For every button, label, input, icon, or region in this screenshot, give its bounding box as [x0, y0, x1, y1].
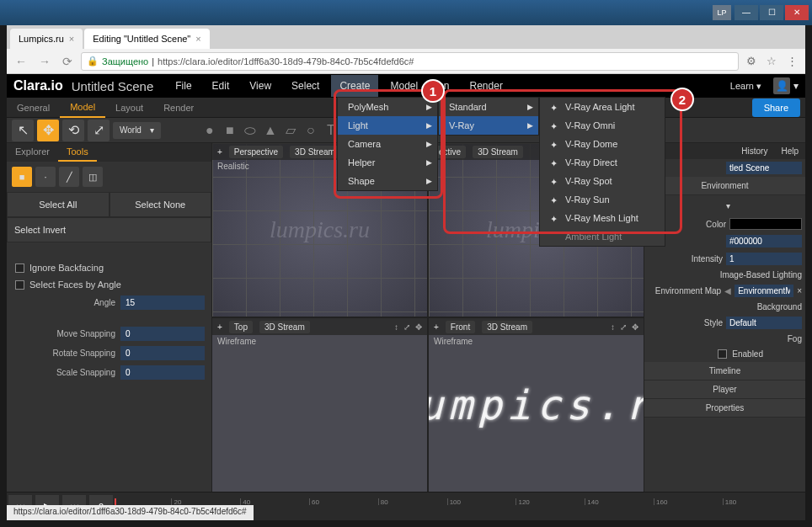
- vp-expand-icon[interactable]: ⤢: [620, 322, 627, 332]
- chevron-down-icon[interactable]: ▾: [726, 201, 730, 210]
- angle-input[interactable]: [120, 295, 205, 310]
- color-hex-input[interactable]: [726, 235, 802, 248]
- fog-enabled-checkbox[interactable]: [718, 349, 727, 359]
- reload-button[interactable]: ⟳: [59, 55, 76, 68]
- menu-helper[interactable]: Helper▶: [338, 153, 437, 172]
- tab-tools[interactable]: Tools: [58, 143, 97, 162]
- menu-vray-omni[interactable]: ✦V-Ray Omni: [540, 116, 665, 135]
- minimize-button[interactable]: —: [735, 5, 758, 20]
- menu-polymesh[interactable]: PolyMesh▶: [338, 98, 437, 116]
- plane-icon[interactable]: ▱: [282, 122, 299, 139]
- rotate-snap-input[interactable]: [120, 346, 205, 360]
- tab-close-icon[interactable]: ×: [195, 34, 200, 44]
- menu-view[interactable]: View: [241, 75, 280, 97]
- menu-select[interactable]: Select: [283, 75, 328, 97]
- vp-stream-label[interactable]: 3D Stream: [290, 146, 340, 158]
- cursor-tool[interactable]: ↖: [12, 120, 34, 141]
- vp-expand-icon[interactable]: ⤢: [403, 322, 410, 332]
- select-faces-row[interactable]: Select Faces by Angle: [7, 276, 211, 293]
- vp-max-icon[interactable]: ✥: [632, 322, 638, 332]
- vp-add-icon[interactable]: +: [434, 322, 439, 332]
- vp-camera-label[interactable]: Perspective: [229, 146, 283, 158]
- viewport-top[interactable]: + Top 3D Stream ↕⤢✥ Wireframe: [212, 318, 427, 492]
- clear-icon[interactable]: ×: [797, 286, 802, 295]
- viewport-front[interactable]: + Front 3D Stream ↕⤢✥ Wireframe lumpics.…: [429, 318, 644, 492]
- menu-edit[interactable]: Edit: [204, 75, 238, 97]
- menu-model[interactable]: Model: [382, 75, 426, 97]
- select-all-button[interactable]: Select All: [7, 192, 110, 217]
- tab-explorer[interactable]: Explorer: [7, 143, 58, 162]
- vp-cols-icon[interactable]: ↕: [394, 322, 398, 332]
- vp-add-icon[interactable]: +: [217, 147, 222, 157]
- cone-icon[interactable]: ▲: [262, 122, 279, 139]
- sphere-icon[interactable]: ●: [201, 122, 218, 139]
- torus-icon[interactable]: ○: [302, 122, 319, 139]
- style-input[interactable]: [726, 317, 802, 329]
- user-dropdown-icon[interactable]: ▾: [793, 80, 799, 92]
- tab-close-icon[interactable]: ×: [69, 34, 74, 44]
- properties-section[interactable]: Properties: [644, 399, 805, 418]
- timeline-section[interactable]: Timeline: [644, 362, 805, 381]
- close-button[interactable]: ✕: [785, 5, 809, 20]
- coord-space-dropdown[interactable]: World▾: [113, 122, 161, 139]
- color-swatch[interactable]: [729, 218, 802, 230]
- user-avatar[interactable]: 👤: [773, 77, 790, 94]
- vertex-mode-button[interactable]: ·: [35, 167, 56, 187]
- menu-vray-direct[interactable]: ✦V-Ray Direct: [540, 153, 665, 172]
- menu-learn[interactable]: Learn ▾: [722, 76, 770, 97]
- envmap-input[interactable]: [735, 285, 793, 297]
- url-box[interactable]: 🔒 Защищено | https://clara.io/editor/1df…: [81, 52, 739, 71]
- vp-camera-label[interactable]: Front: [446, 321, 475, 333]
- cylinder-icon[interactable]: ⬭: [242, 122, 259, 139]
- maximize-button[interactable]: ☐: [760, 5, 783, 20]
- vp-add-icon[interactable]: +: [217, 322, 222, 332]
- subtab-general[interactable]: General: [7, 98, 60, 117]
- ignore-backfacing-row[interactable]: Ignore Backfacing: [7, 259, 211, 276]
- intensity-input[interactable]: [726, 253, 802, 265]
- vp-camera-label[interactable]: Top: [229, 321, 253, 333]
- bookmark-icon[interactable]: ☆: [764, 55, 779, 67]
- subtab-render[interactable]: Render: [153, 98, 204, 117]
- menu-vray-sun[interactable]: ✦V-Ray Sun: [540, 190, 665, 209]
- checkbox-icon[interactable]: [15, 280, 24, 290]
- select-invert-button[interactable]: Select Invert: [7, 217, 211, 242]
- vp-cols-icon[interactable]: ↕: [611, 322, 615, 332]
- environment-section[interactable]: Environment: [644, 177, 805, 195]
- translate-icon[interactable]: ⚙: [744, 55, 759, 67]
- back-button[interactable]: ←: [12, 55, 30, 68]
- menu-standard-light[interactable]: Standard▶: [439, 98, 538, 116]
- face-mode-button[interactable]: ◫: [83, 167, 103, 187]
- menu-vray-light[interactable]: V-Ray▶: [439, 116, 538, 135]
- menu-light[interactable]: Light▶: [338, 116, 437, 135]
- rp-tab-history[interactable]: History: [735, 143, 774, 159]
- edge-mode-button[interactable]: ╱: [59, 167, 79, 187]
- menu-icon[interactable]: ⋮: [784, 55, 800, 67]
- menu-ambient-light[interactable]: Ambient Light: [540, 227, 665, 246]
- select-none-button[interactable]: Select None: [110, 192, 212, 217]
- menu-render[interactable]: Render: [462, 75, 511, 97]
- cube-icon[interactable]: ■: [222, 122, 238, 139]
- scale-tool[interactable]: ⤢: [88, 120, 110, 141]
- browser-tab[interactable]: Lumpics.ru×: [10, 29, 83, 49]
- move-tool[interactable]: ✥: [37, 120, 59, 141]
- scale-snap-input[interactable]: [120, 365, 205, 380]
- browser-tab[interactable]: Editing "Untitled Scene"×: [84, 29, 209, 49]
- vp-max-icon[interactable]: ✥: [415, 322, 422, 332]
- vp-stream-label[interactable]: 3D Stream: [259, 321, 310, 333]
- subtab-model[interactable]: Model: [60, 98, 105, 118]
- menu-camera[interactable]: Camera▶: [338, 135, 437, 153]
- rp-tab-help[interactable]: Help: [774, 143, 805, 159]
- checkbox-icon[interactable]: [15, 264, 24, 273]
- share-button[interactable]: Share: [752, 98, 800, 117]
- menu-vray-area[interactable]: ✦V-Ray Area Light: [540, 98, 665, 116]
- forward-button[interactable]: →: [35, 55, 54, 68]
- object-mode-button[interactable]: ■: [12, 167, 32, 187]
- menu-file[interactable]: File: [167, 75, 200, 97]
- vp-stream-label[interactable]: 3D Stream: [473, 146, 523, 158]
- rotate-tool[interactable]: ⟲: [62, 120, 84, 141]
- move-snap-input[interactable]: [120, 327, 205, 341]
- player-section[interactable]: Player: [644, 381, 805, 399]
- menu-create[interactable]: Create: [331, 75, 378, 97]
- vp-stream-label[interactable]: 3D Stream: [482, 321, 532, 333]
- name-input[interactable]: [726, 162, 802, 174]
